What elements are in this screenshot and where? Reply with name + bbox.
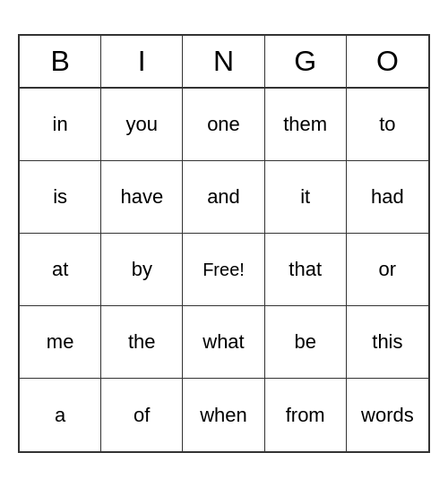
cell-r2c4: it (265, 161, 347, 233)
header-b: B (20, 36, 101, 87)
bingo-row: me the what be this (20, 306, 428, 379)
cell-r4c5: this (347, 306, 428, 378)
cell-r5c4: from (265, 379, 347, 451)
cell-r2c2: have (101, 161, 183, 233)
cell-r5c3: when (183, 379, 264, 451)
bingo-header: B I N G O (20, 36, 428, 89)
cell-r3c5: or (347, 234, 428, 305)
cell-r1c5: to (347, 89, 428, 160)
cell-r3c1: at (20, 234, 101, 305)
bingo-row: at by Free! that or (20, 234, 428, 306)
cell-r1c3: one (183, 89, 264, 160)
cell-r1c1: in (20, 89, 101, 160)
cell-r5c5: words (347, 379, 428, 451)
bingo-row: a of when from words (20, 379, 428, 451)
cell-r2c3: and (183, 161, 264, 233)
cell-r4c2: the (101, 306, 183, 378)
cell-r5c2: of (101, 379, 183, 451)
cell-r2c1: is (20, 161, 101, 233)
cell-r4c4: be (265, 306, 347, 378)
header-i: I (101, 36, 183, 87)
cell-r3c2: by (101, 234, 183, 305)
bingo-row: is have and it had (20, 161, 428, 234)
header-n: N (183, 36, 264, 87)
header-o: O (347, 36, 428, 87)
cell-r1c4: them (265, 89, 347, 160)
cell-r4c1: me (20, 306, 101, 378)
cell-r5c1: a (20, 379, 101, 451)
free-space: Free! (183, 234, 264, 305)
cell-r3c4: that (265, 234, 347, 305)
cell-r4c3: what (183, 306, 264, 378)
bingo-card: B I N G O in you one them to is have and… (18, 34, 430, 453)
cell-r1c2: you (101, 89, 183, 160)
cell-r2c5: had (347, 161, 428, 233)
header-g: G (265, 36, 347, 87)
bingo-body: in you one them to is have and it had at… (20, 89, 428, 451)
bingo-row: in you one them to (20, 89, 428, 161)
